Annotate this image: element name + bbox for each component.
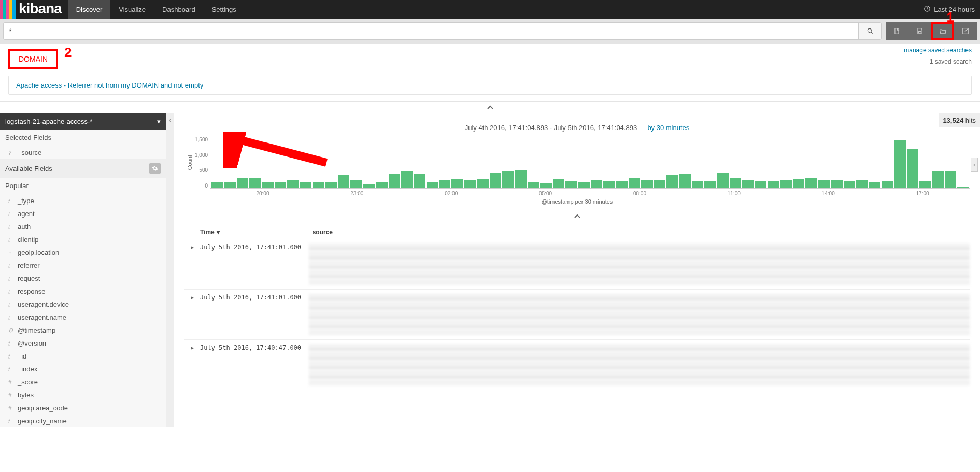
- bar[interactable]: [717, 173, 729, 188]
- bar[interactable]: [451, 179, 463, 188]
- logo[interactable]: kibana: [0, 0, 68, 19]
- bar[interactable]: [578, 182, 589, 188]
- share-button[interactable]: [954, 22, 977, 40]
- tab-visualize[interactable]: Visualize: [110, 0, 154, 19]
- bar[interactable]: [540, 183, 551, 188]
- bar[interactable]: [666, 175, 678, 188]
- bar[interactable]: [224, 182, 235, 188]
- bar[interactable]: [300, 182, 311, 188]
- bar[interactable]: [591, 180, 602, 188]
- bar[interactable]: [528, 182, 539, 188]
- query-input[interactable]: [4, 23, 858, 39]
- field-geoip-city-name[interactable]: tgeoip.city_name: [0, 414, 166, 427]
- bar[interactable]: [616, 181, 628, 188]
- field--score[interactable]: #_score: [0, 376, 166, 389]
- saved-search-result[interactable]: Apache access - Referrer not from my DOM…: [8, 76, 972, 95]
- field-referrer[interactable]: treferrer: [0, 259, 166, 272]
- bar[interactable]: [427, 182, 438, 188]
- bar[interactable]: [730, 178, 741, 188]
- bar[interactable]: [401, 171, 413, 188]
- bar[interactable]: [704, 181, 716, 188]
- bar[interactable]: [565, 181, 577, 188]
- bar[interactable]: [376, 182, 387, 188]
- bar[interactable]: [313, 182, 324, 188]
- bar[interactable]: [768, 181, 779, 188]
- bar[interactable]: [249, 178, 261, 188]
- field-bytes[interactable]: #bytes: [0, 389, 166, 402]
- field-settings-button[interactable]: [149, 163, 161, 174]
- bars-area[interactable]: [210, 137, 970, 189]
- tab-dashboard[interactable]: Dashboard: [154, 0, 204, 19]
- bar[interactable]: [856, 180, 868, 188]
- expand-row[interactable]: ▸: [184, 244, 200, 285]
- bar[interactable]: [262, 182, 274, 188]
- field-response[interactable]: tresponse: [0, 285, 166, 298]
- bar[interactable]: [237, 178, 248, 188]
- search-button[interactable]: [858, 23, 881, 39]
- tab-discover[interactable]: Discover: [68, 0, 111, 19]
- field-geoip-area-code[interactable]: #geoip.area_code: [0, 402, 166, 414]
- bar[interactable]: [945, 171, 956, 188]
- bar[interactable]: [389, 174, 400, 188]
- bar[interactable]: [211, 182, 223, 188]
- field-useragent-name[interactable]: tuseragent.name: [0, 311, 166, 324]
- bar[interactable]: [287, 180, 299, 188]
- docs-collapse[interactable]: [195, 210, 959, 222]
- bar[interactable]: [882, 181, 893, 188]
- new-search-button[interactable]: [886, 22, 908, 40]
- field--id[interactable]: t_id: [0, 350, 166, 363]
- field-geoip-location[interactable]: ○geoip.location: [0, 246, 166, 259]
- field--type[interactable]: t_type: [0, 194, 166, 207]
- bar[interactable]: [325, 182, 337, 188]
- bar[interactable]: [679, 174, 690, 188]
- bar[interactable]: [818, 180, 830, 188]
- field-source[interactable]: ?_source: [0, 146, 166, 159]
- expand-row[interactable]: ▸: [184, 294, 200, 335]
- bar[interactable]: [338, 175, 349, 188]
- bar[interactable]: [439, 180, 450, 188]
- bar[interactable]: [805, 178, 817, 188]
- bar[interactable]: [692, 181, 703, 188]
- bar[interactable]: [414, 174, 425, 188]
- field--timestamp[interactable]: ⊙@timestamp: [0, 324, 166, 337]
- bar[interactable]: [553, 179, 564, 188]
- bar[interactable]: [793, 179, 804, 188]
- bar[interactable]: [603, 181, 615, 188]
- bar[interactable]: [844, 181, 855, 188]
- sidebar-collapse[interactable]: ‹: [166, 113, 174, 427]
- index-pattern-select[interactable]: logstash-21-apache-access-* ▾: [0, 113, 166, 130]
- tab-settings[interactable]: Settings: [204, 0, 245, 19]
- bar[interactable]: [831, 180, 842, 188]
- bar[interactable]: [957, 187, 969, 188]
- field--index[interactable]: t_index: [0, 363, 166, 376]
- bar[interactable]: [363, 184, 375, 188]
- field-useragent-device[interactable]: tuseragent.device: [0, 298, 166, 311]
- chart-collapse[interactable]: ‹: [971, 158, 978, 172]
- expand-row[interactable]: ▸: [184, 344, 200, 385]
- bar[interactable]: [490, 173, 501, 188]
- bar[interactable]: [477, 179, 488, 188]
- col-time-header[interactable]: Time ▾: [200, 228, 309, 236]
- bar[interactable]: [894, 140, 905, 188]
- saved-search-filter-input[interactable]: DOMAIN: [8, 49, 58, 69]
- bar[interactable]: [629, 178, 640, 188]
- bar[interactable]: [502, 171, 514, 188]
- bar[interactable]: [780, 180, 792, 188]
- field-request[interactable]: trequest: [0, 272, 166, 285]
- save-search-button[interactable]: [908, 22, 931, 40]
- bar[interactable]: [654, 180, 665, 188]
- bar[interactable]: [932, 171, 943, 188]
- bar[interactable]: [350, 180, 362, 188]
- field-auth[interactable]: tauth: [0, 220, 166, 233]
- bar[interactable]: [464, 180, 476, 188]
- manage-saved-link[interactable]: manage saved searches: [904, 47, 972, 54]
- bar[interactable]: [755, 181, 766, 188]
- field-agent[interactable]: tagent: [0, 207, 166, 220]
- bar[interactable]: [869, 182, 880, 188]
- panel-collapse-up[interactable]: [0, 101, 980, 113]
- bar[interactable]: [907, 149, 918, 188]
- col-source-header[interactable]: _source: [309, 228, 970, 236]
- bar[interactable]: [742, 180, 754, 188]
- interval-link[interactable]: by 30 minutes: [647, 124, 689, 132]
- bar[interactable]: [515, 170, 526, 188]
